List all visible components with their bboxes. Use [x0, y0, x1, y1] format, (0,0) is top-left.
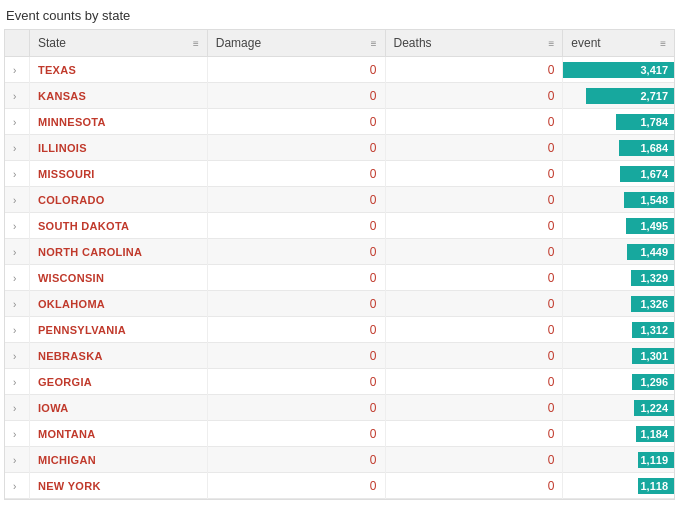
damage-cell: 0 — [207, 395, 385, 421]
event-cell: 1,548 — [563, 187, 674, 213]
expand-icon[interactable]: › — [5, 187, 29, 213]
expand-col-header — [5, 30, 29, 57]
expand-icon[interactable]: › — [5, 213, 29, 239]
event-cell: 1,184 — [563, 421, 674, 447]
expand-icon[interactable]: › — [5, 83, 29, 109]
expand-icon[interactable]: › — [5, 161, 29, 187]
deaths-cell: 0 — [385, 161, 563, 187]
event-cell: 1,119 — [563, 447, 674, 473]
expand-icon[interactable]: › — [5, 447, 29, 473]
state-cell: COLORADO — [29, 187, 207, 213]
event-cell: 1,495 — [563, 213, 674, 239]
chart-title: Event counts by state — [4, 4, 675, 29]
damage-cell: 0 — [207, 83, 385, 109]
deaths-cell: 0 — [385, 213, 563, 239]
expand-icon[interactable]: › — [5, 369, 29, 395]
table-row[interactable]: ›GEORGIA00 1,296 — [5, 369, 674, 395]
state-cell: ILLINOIS — [29, 135, 207, 161]
table-row[interactable]: ›OKLAHOMA00 1,326 — [5, 291, 674, 317]
table-row[interactable]: ›SOUTH DAKOTA00 1,495 — [5, 213, 674, 239]
expand-icon[interactable]: › — [5, 473, 29, 499]
damage-cell: 0 — [207, 317, 385, 343]
state-cell: PENNSYLVANIA — [29, 317, 207, 343]
event-cell: 2,717 — [563, 83, 674, 109]
state-cell: MINNESOTA — [29, 109, 207, 135]
deaths-cell: 0 — [385, 187, 563, 213]
deaths-cell: 0 — [385, 135, 563, 161]
damage-cell: 0 — [207, 161, 385, 187]
table-row[interactable]: ›PENNSYLVANIA00 1,312 — [5, 317, 674, 343]
deaths-cell: 0 — [385, 317, 563, 343]
col-header-state[interactable]: State ≡ — [29, 30, 207, 57]
table-row[interactable]: ›ILLINOIS00 1,684 — [5, 135, 674, 161]
expand-icon[interactable]: › — [5, 265, 29, 291]
damage-cell: 0 — [207, 109, 385, 135]
damage-cell: 0 — [207, 213, 385, 239]
state-cell: SOUTH DAKOTA — [29, 213, 207, 239]
event-cell: 1,684 — [563, 135, 674, 161]
deaths-cell: 0 — [385, 473, 563, 499]
event-cell: 1,296 — [563, 369, 674, 395]
deaths-cell: 0 — [385, 343, 563, 369]
table-row[interactable]: ›NORTH CAROLINA00 1,449 — [5, 239, 674, 265]
data-table: State ≡ Damage ≡ Deaths ≡ — [4, 29, 675, 500]
damage-cell: 0 — [207, 447, 385, 473]
expand-icon[interactable]: › — [5, 395, 29, 421]
table-row[interactable]: ›MICHIGAN00 1,119 — [5, 447, 674, 473]
state-cell: NEW YORK — [29, 473, 207, 499]
col-header-damage[interactable]: Damage ≡ — [207, 30, 385, 57]
damage-cell: 0 — [207, 291, 385, 317]
state-cell: OKLAHOMA — [29, 291, 207, 317]
expand-icon[interactable]: › — [5, 57, 29, 83]
deaths-cell: 0 — [385, 57, 563, 83]
deaths-cell: 0 — [385, 265, 563, 291]
state-cell: NEBRASKA — [29, 343, 207, 369]
col-header-event[interactable]: event ≡ — [563, 30, 674, 57]
expand-icon[interactable]: › — [5, 343, 29, 369]
table-row[interactable]: ›COLORADO00 1,548 — [5, 187, 674, 213]
expand-icon[interactable]: › — [5, 109, 29, 135]
state-cell: KANSAS — [29, 83, 207, 109]
state-cell: MICHIGAN — [29, 447, 207, 473]
damage-cell: 0 — [207, 187, 385, 213]
sort-icon-event[interactable]: ≡ — [660, 38, 666, 49]
col-header-deaths[interactable]: Deaths ≡ — [385, 30, 563, 57]
damage-cell: 0 — [207, 239, 385, 265]
event-cell: 1,449 — [563, 239, 674, 265]
sort-icon-damage[interactable]: ≡ — [371, 38, 377, 49]
table-row[interactable]: ›MONTANA00 1,184 — [5, 421, 674, 447]
table-row[interactable]: ›KANSAS00 2,717 — [5, 83, 674, 109]
event-cell: 1,784 — [563, 109, 674, 135]
table-row[interactable]: ›IOWA00 1,224 — [5, 395, 674, 421]
table-row[interactable]: ›TEXAS00 3,417 — [5, 57, 674, 83]
expand-icon[interactable]: › — [5, 135, 29, 161]
event-cell: 1,326 — [563, 291, 674, 317]
damage-cell: 0 — [207, 265, 385, 291]
sort-icon-state[interactable]: ≡ — [193, 38, 199, 49]
expand-icon[interactable]: › — [5, 421, 29, 447]
deaths-cell: 0 — [385, 421, 563, 447]
sort-icon-deaths[interactable]: ≡ — [548, 38, 554, 49]
damage-cell: 0 — [207, 369, 385, 395]
table-row[interactable]: ›MINNESOTA00 1,784 — [5, 109, 674, 135]
deaths-cell: 0 — [385, 291, 563, 317]
deaths-cell: 0 — [385, 447, 563, 473]
state-cell: WISCONSIN — [29, 265, 207, 291]
event-cell: 1,312 — [563, 317, 674, 343]
damage-cell: 0 — [207, 57, 385, 83]
damage-cell: 0 — [207, 473, 385, 499]
expand-icon[interactable]: › — [5, 239, 29, 265]
state-cell: MISSOURI — [29, 161, 207, 187]
expand-icon[interactable]: › — [5, 291, 29, 317]
table-row[interactable]: ›MISSOURI00 1,674 — [5, 161, 674, 187]
expand-icon[interactable]: › — [5, 317, 29, 343]
table-row[interactable]: ›NEBRASKA00 1,301 — [5, 343, 674, 369]
event-cell: 1,329 — [563, 265, 674, 291]
state-cell: NORTH CAROLINA — [29, 239, 207, 265]
event-cell: 3,417 — [563, 57, 674, 83]
table-row[interactable]: ›WISCONSIN00 1,329 — [5, 265, 674, 291]
table-row[interactable]: ›NEW YORK00 1,118 — [5, 473, 674, 499]
event-cell: 1,118 — [563, 473, 674, 499]
deaths-cell: 0 — [385, 109, 563, 135]
damage-cell: 0 — [207, 135, 385, 161]
